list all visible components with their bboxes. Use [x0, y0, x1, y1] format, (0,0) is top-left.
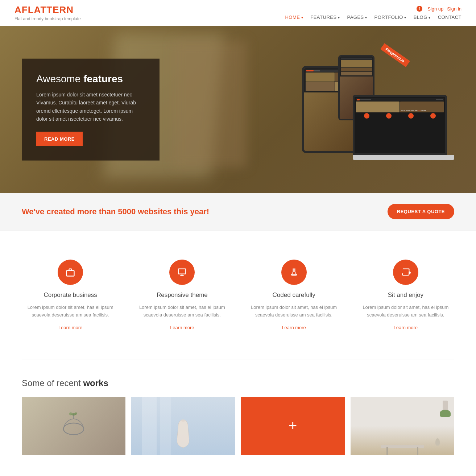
- nav-contact[interactable]: CONTACT: [438, 15, 461, 20]
- stats-text-after: this year!: [171, 207, 209, 216]
- svg-point-3: [69, 412, 72, 415]
- hero-title: Awesome features: [36, 73, 145, 85]
- table-vase: [435, 438, 440, 446]
- stats-highlight: 5000 websites: [118, 207, 171, 216]
- flask-icon: [289, 267, 299, 277]
- hero-title-plain: Awesome: [36, 73, 83, 84]
- section-divider: [22, 360, 454, 360]
- notification-badge: 1: [417, 6, 422, 12]
- feature-responsive-title: Responsive theme: [137, 291, 227, 299]
- coded-icon-circle: [281, 260, 307, 285]
- works-grid: +: [22, 397, 454, 455]
- feature-enjoy-link[interactable]: Learn more: [394, 325, 418, 330]
- features-section: Corporate business Lorem ipsum dolor sit…: [0, 231, 476, 352]
- recent-works-section: Some of recent works: [0, 367, 476, 462]
- work-thumb-1: [22, 397, 125, 455]
- svg-point-4: [75, 412, 77, 414]
- work-thumb-2: [131, 397, 235, 455]
- corner-plant: [440, 401, 451, 419]
- logo-letter: A: [15, 4, 22, 15]
- nav-pages[interactable]: PAGES: [347, 15, 367, 20]
- work-item-2[interactable]: [131, 397, 235, 455]
- hero-read-more-button[interactable]: READ MORE: [36, 132, 83, 146]
- feature-corporate: Corporate business Lorem ipsum dolor sit…: [22, 252, 119, 338]
- features-grid: Corporate business Lorem ipsum dolor sit…: [22, 252, 454, 338]
- responsive-icon-circle: [169, 260, 195, 285]
- blur-rect-2: [174, 41, 247, 167]
- laptop-base: [353, 155, 454, 160]
- feature-corporate-link[interactable]: Learn more: [58, 325, 82, 330]
- nav-home[interactable]: HOME: [285, 15, 303, 20]
- sign-up-link[interactable]: Sign up: [427, 6, 443, 12]
- thumb-decoration-1: [22, 397, 125, 455]
- feature-enjoy-title: Sit and enjoy: [361, 291, 451, 299]
- work-item-1[interactable]: [22, 397, 125, 455]
- nav-blog[interactable]: BLOG: [414, 15, 431, 20]
- feature-enjoy-desc: Lorem ipsum dolor sit amet, has ei ipsum…: [361, 304, 451, 319]
- stats-bar: We've created more than 5000 websites th…: [0, 193, 476, 231]
- feature-corporate-title: Corporate business: [25, 291, 115, 299]
- feature-coded-desc: Lorem ipsum dolor sit amet, has ei ipsum…: [249, 304, 339, 319]
- logo: AFLATTERN: [15, 4, 81, 16]
- coffee-icon: [401, 267, 411, 277]
- basket-decoration: [59, 411, 88, 440]
- corporate-icon-circle: [58, 260, 83, 285]
- header-right: 1 Sign up Sign in HOME FEATURES PAGES PO…: [285, 6, 461, 20]
- feature-coded-title: Coded carefully: [249, 291, 339, 299]
- briefcase-icon: [65, 267, 75, 277]
- feature-coded-link[interactable]: Learn more: [282, 325, 306, 330]
- work-thumb-3: +: [241, 397, 345, 455]
- plus-icon: +: [289, 418, 297, 434]
- heading-plain: Some of recent: [22, 378, 83, 388]
- nav-portfolio[interactable]: PORTFOLIO: [374, 15, 406, 20]
- nav-features[interactable]: FEATURES: [310, 15, 340, 20]
- hero-title-bold: features: [83, 73, 123, 84]
- work-item-4[interactable]: [351, 397, 454, 455]
- stats-text: We've created more than 5000 websites th…: [22, 207, 209, 216]
- svg-point-0: [63, 423, 84, 435]
- hero-content-box: Awesome features Lorem ipsum dolor sit a…: [22, 59, 160, 161]
- hero-description: Lorem ipsum dolor sit amet nsectetuer ne…: [36, 91, 145, 123]
- svg-point-5: [181, 419, 186, 422]
- work-item-3[interactable]: +: [241, 397, 345, 455]
- main-nav: HOME FEATURES PAGES PORTFOLIO BLOG CONTA…: [285, 15, 461, 20]
- enjoy-icon-circle: [393, 260, 418, 285]
- feature-corporate-desc: Lorem ipsum dolor sit amet, has ei ipsum…: [25, 304, 115, 319]
- device-laptop: We've created more than 5000 this year: [353, 95, 454, 167]
- feature-responsive: Responsive theme Lorem ipsum dolor sit a…: [133, 252, 231, 338]
- logo-area: AFLATTERN Flat and trendy bootstrap temp…: [15, 4, 81, 21]
- feature-responsive-link[interactable]: Learn more: [170, 325, 194, 330]
- logo-tagline: Flat and trendy bootstrap template: [15, 16, 81, 21]
- window-light-2: [160, 397, 171, 455]
- window-light-1: [142, 397, 157, 455]
- request-quote-button[interactable]: REQUEST A QUOTE: [388, 204, 454, 219]
- feature-enjoy: Sit and enjoy Lorem ipsum dolor sit amet…: [357, 252, 454, 338]
- hero-devices: Responsive: [302, 51, 454, 167]
- vase-decoration: [174, 419, 192, 451]
- recent-works-heading: Some of recent works: [22, 378, 454, 388]
- hero-section: Awesome features Lorem ipsum dolor sit a…: [0, 26, 476, 193]
- thumb-decoration-2: [131, 397, 235, 455]
- feature-responsive-desc: Lorem ipsum dolor sit amet, has ei ipsum…: [137, 304, 227, 319]
- auth-links: 1 Sign up Sign in: [417, 6, 461, 12]
- sign-in-link[interactable]: Sign in: [447, 6, 461, 12]
- laptop-screen: We've created more than 5000 this year: [353, 95, 447, 155]
- feature-coded: Coded carefully Lorem ipsum dolor sit am…: [245, 252, 343, 338]
- heading-bold: works: [83, 378, 108, 388]
- table-legs: [386, 447, 418, 455]
- work-thumb-4: [351, 397, 454, 455]
- stats-text-before: We've created more than: [22, 207, 118, 216]
- thumb-decoration-4: [351, 397, 454, 455]
- logo-name: FLATTERN: [22, 4, 74, 15]
- monitor-icon: [177, 267, 187, 277]
- header: AFLATTERN Flat and trendy bootstrap temp…: [0, 0, 476, 26]
